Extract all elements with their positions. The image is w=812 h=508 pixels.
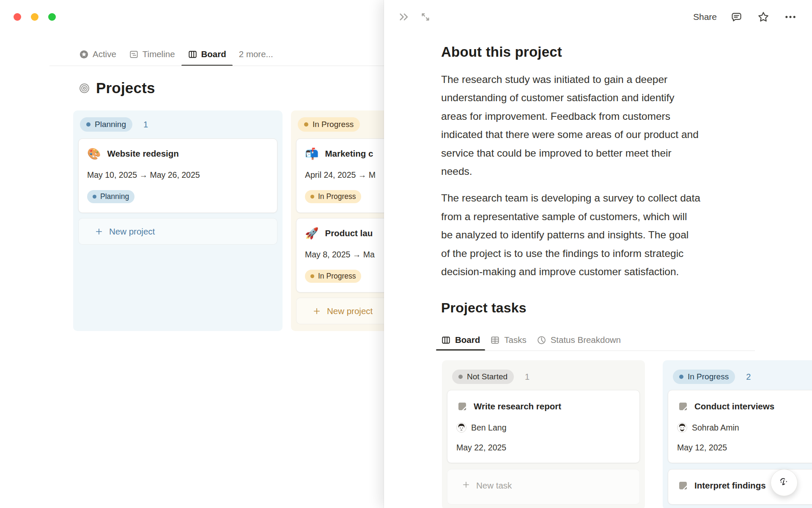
assignee-row: Sohrab Amin [677, 422, 812, 433]
side-peek-panel: Share About this project The research st… [384, 0, 812, 508]
comment-icon [730, 11, 743, 23]
tab-label: Board [201, 49, 226, 59]
column-header: Not Started 1 [452, 370, 640, 384]
about-heading: About this project [441, 44, 755, 60]
task-card-write-research-report[interactable]: Write research report Ben Lang May 22, 2… [447, 390, 640, 463]
clock-icon [537, 335, 546, 345]
status-dot [93, 195, 96, 199]
tab-more-views[interactable]: 2 more... [233, 44, 280, 65]
close-window-button[interactable] [14, 13, 21, 21]
new-task-label: New task [476, 480, 512, 491]
project-tasks-heading: Project tasks [441, 300, 755, 316]
about-paragraph-1: The research study was initiated to gain… [441, 70, 755, 180]
star-icon [757, 11, 770, 23]
ellipsis-icon [784, 11, 797, 23]
status-tag-planning: Planning [87, 190, 134, 203]
task-column-not-started: Not Started 1 Write research report Ben … [442, 360, 645, 508]
zoom-window-button[interactable] [48, 13, 56, 21]
status-dot [86, 122, 91, 127]
project-title: Product lau [325, 228, 373, 238]
tab-label: Board [455, 335, 480, 345]
minimize-window-button[interactable] [31, 13, 38, 21]
palette-emoji-icon: 🎨 [87, 148, 101, 159]
board-icon [441, 335, 451, 345]
note-icon [456, 400, 468, 412]
new-task-button[interactable]: New task [447, 469, 640, 505]
assignee-name: Sohrab Amin [692, 423, 739, 433]
plus-icon [95, 227, 103, 236]
note-icon [677, 480, 689, 491]
window-controls [14, 13, 56, 21]
group-count: 1 [525, 372, 529, 382]
close-peek-button[interactable] [397, 9, 412, 25]
avatar-ben-lang [456, 422, 466, 433]
group-name: Planning [95, 120, 126, 129]
task-date: May 22, 2025 [456, 443, 631, 453]
tab-board-view[interactable]: Board [181, 44, 233, 65]
group-name: In Progress [313, 120, 354, 129]
board-icon [188, 50, 198, 59]
double-chevron-right-icon [398, 11, 411, 23]
tab-tasks-board-view[interactable]: Board [436, 330, 485, 350]
status-dot [679, 375, 683, 379]
tab-tasks-table-view[interactable]: Tasks [485, 330, 531, 350]
group-name: Not Started [467, 372, 508, 381]
tab-active-view[interactable]: Active [73, 44, 123, 65]
peek-content: About this project The research study wa… [384, 44, 812, 508]
open-full-page-button[interactable] [418, 9, 433, 25]
about-paragraph-2: The research team is developing a survey… [441, 189, 755, 281]
tasks-board: Not Started 1 Write research report Ben … [442, 360, 755, 508]
tag-label: In Progress [318, 192, 356, 201]
database-title-row: Projects [79, 80, 155, 97]
project-dates: May 10, 2025 → May 26, 2025 [87, 170, 269, 180]
board-column-planning: Planning 1 🎨 Website redesign May 10, 20… [73, 110, 283, 331]
share-button[interactable]: Share [693, 12, 717, 22]
ai-face-icon [776, 475, 792, 490]
peek-toolbar: Share [384, 0, 812, 34]
tag-label: Planning [100, 192, 129, 201]
task-title: Interpret findings [694, 480, 766, 491]
column-header: In Progress 2 [673, 370, 812, 384]
assignee-name: Ben Lang [471, 423, 507, 433]
project-card-website-redesign[interactable]: 🎨 Website redesign May 10, 2025 → May 26… [78, 138, 277, 213]
tab-status-breakdown-view[interactable]: Status Breakdown [532, 330, 626, 350]
status-dot [304, 122, 308, 127]
group-count: 2 [746, 372, 751, 382]
note-icon [677, 400, 689, 412]
new-project-label: New project [327, 306, 373, 316]
comments-button[interactable] [729, 9, 744, 25]
tab-label: Tasks [504, 335, 526, 345]
group-name: In Progress [688, 372, 729, 381]
tabs-divider [49, 66, 384, 66]
notion-window: Active Timeline Board 2 more... Projects… [0, 0, 812, 508]
tasks-view-tabs: Board Tasks Status Breakdown [436, 330, 755, 350]
tab-label: 2 more... [239, 49, 273, 59]
project-title: Marketing c [325, 149, 373, 159]
new-project-button-planning[interactable]: New project [78, 218, 277, 245]
timeline-icon [129, 50, 139, 59]
project-title: Website redesign [107, 149, 178, 159]
favorite-button[interactable] [756, 9, 771, 25]
task-card-conduct-interviews[interactable]: Conduct interviews Sohrab Amin May 12, 2… [668, 390, 812, 463]
new-project-label: New project [109, 226, 155, 237]
group-count: 1 [143, 120, 148, 130]
plus-icon [313, 307, 321, 315]
task-title: Write research report [474, 401, 561, 411]
group-badge-planning[interactable]: Planning [80, 117, 132, 132]
plus-icon [462, 480, 470, 489]
table-icon [490, 335, 500, 345]
tabs-divider [436, 351, 755, 351]
group-badge-in-progress[interactable]: In Progress [298, 117, 360, 132]
group-badge-not-started[interactable]: Not Started [452, 370, 514, 384]
mailbox-emoji-icon: 📬 [305, 148, 318, 159]
star-circle-icon [79, 50, 89, 59]
group-badge-in-progress[interactable]: In Progress [673, 370, 735, 384]
notion-ai-button[interactable] [771, 469, 798, 496]
more-options-button[interactable] [783, 9, 798, 25]
rocket-emoji-icon: 🚀 [305, 228, 318, 239]
status-dot [310, 195, 314, 199]
tab-timeline-view[interactable]: Timeline [123, 44, 181, 65]
task-date: May 12, 2025 [677, 443, 812, 453]
assignee-row: Ben Lang [456, 422, 631, 433]
tab-label: Active [93, 49, 116, 59]
